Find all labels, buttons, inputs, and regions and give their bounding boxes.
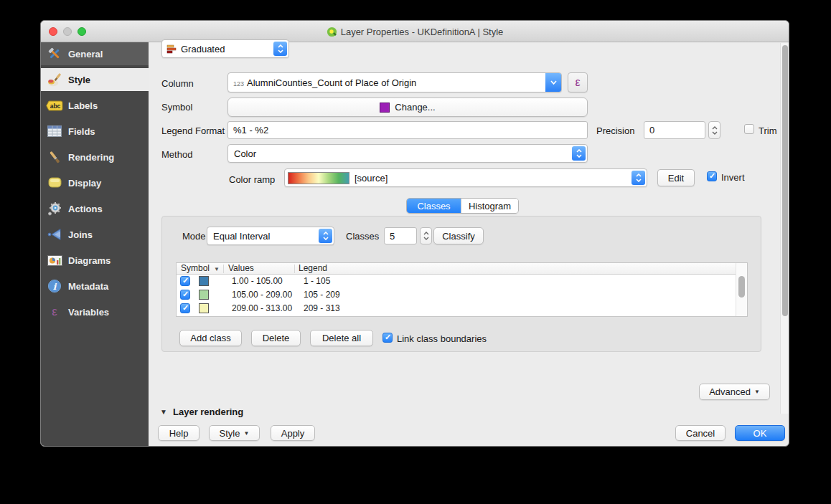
add-class-button[interactable]: Add class	[179, 330, 242, 346]
sidebar-item-display[interactable]: Display	[41, 171, 149, 194]
table-row[interactable]: 209.00 - 313.00 209 - 313	[177, 302, 736, 315]
collapse-triangle-icon[interactable]: ▼	[160, 408, 167, 416]
class-color-swatch[interactable]	[199, 303, 209, 313]
layer-properties-window: Layer Properties - UKDefinitionA | Style…	[40, 20, 789, 447]
color-ramp-combo[interactable]: [source]	[284, 168, 647, 187]
table-icon	[46, 123, 63, 140]
mode-label: Mode	[182, 230, 206, 243]
link-class-boundaries-label: Link class boundaries	[397, 333, 487, 346]
column-header-values[interactable]: Values	[228, 263, 254, 275]
sidebar-item-general[interactable]: General	[41, 42, 149, 65]
link-class-boundaries-checkbox[interactable]	[382, 333, 393, 343]
chevron-up-icon	[576, 149, 582, 153]
sidebar-item-style[interactable]: Style	[41, 68, 149, 91]
invert-checkbox[interactable]	[707, 171, 717, 181]
sidebar-item-joins[interactable]: Joins	[41, 223, 149, 246]
precision-label: Precision	[596, 125, 634, 138]
class-color-swatch[interactable]	[199, 290, 209, 300]
sidebar-item-label: Display	[68, 178, 101, 189]
class-color-swatch[interactable]	[199, 276, 209, 286]
precision-stepper[interactable]	[708, 121, 720, 139]
vertical-scrollbar[interactable]	[780, 43, 789, 414]
paintbrush-palette-icon	[46, 71, 63, 88]
sidebar-item-metadata[interactable]: i Metadata	[41, 275, 149, 298]
renderer-combo[interactable]: Graduated	[161, 39, 289, 58]
sidebar-item-actions[interactable]: Actions	[41, 197, 149, 220]
classes-table[interactable]: Symbol ▼ Values Legend 1.00 - 105.00 1 -…	[176, 262, 748, 317]
sidebar-item-rendering[interactable]: Rendering	[41, 146, 149, 168]
method-label: Method	[161, 148, 192, 161]
svg-text:abc: abc	[50, 103, 61, 110]
expression-builder-button[interactable]: ε	[568, 72, 588, 92]
tools-icon	[46, 45, 63, 62]
sidebar-item-label: Actions	[68, 204, 103, 214]
vertical-scrollbar-thumb[interactable]	[782, 45, 788, 316]
table-scrollbar[interactable]	[736, 263, 747, 316]
sidebar-item-fields[interactable]: Fields	[41, 120, 149, 143]
classes-histogram-tabs: Classes Histogram	[406, 198, 519, 214]
table-header: Symbol ▼ Values Legend	[177, 263, 747, 275]
chevron-down-icon	[712, 131, 718, 135]
trim-checkbox[interactable]	[744, 124, 754, 134]
sidebar-item-label: Variables	[68, 307, 109, 318]
renderer-stepper[interactable]	[273, 42, 287, 56]
mode-combo[interactable]: Equal Interval	[207, 227, 334, 245]
abc-tag-icon: abc	[46, 97, 63, 114]
table-row[interactable]: 1.00 - 105.00 1 - 105	[177, 275, 736, 288]
column-combo[interactable]: 123 AlumniCounties_Count of Place of Ori…	[227, 72, 562, 92]
classes-count-input[interactable]: 5	[384, 227, 417, 244]
layer-rendering-header[interactable]: Layer rendering	[173, 406, 243, 419]
tab-classes[interactable]: Classes	[407, 199, 461, 213]
column-header-legend[interactable]: Legend	[299, 263, 327, 275]
precision-input[interactable]: 0	[644, 121, 705, 139]
table-row[interactable]: 313.00 - 417.00 313 - 417	[177, 315, 736, 317]
diagram-icon	[46, 252, 63, 269]
sort-descending-icon: ▼	[214, 263, 220, 275]
chevron-up-icon	[278, 44, 283, 48]
tab-histogram[interactable]: Histogram	[461, 199, 518, 213]
symbol-change-button[interactable]: Change...	[227, 98, 588, 117]
cancel-button[interactable]: Cancel	[675, 425, 726, 441]
row-visibility-checkbox[interactable]	[180, 290, 190, 300]
column-header-symbol[interactable]: Symbol	[181, 263, 210, 275]
sidebar-item-variables[interactable]: ε Variables	[41, 300, 149, 323]
chevron-up-icon	[423, 232, 429, 235]
table-scrollbar-thumb[interactable]	[738, 276, 745, 298]
numeric-field-badge: 123	[233, 80, 244, 87]
sidebar-item-diagrams[interactable]: Diagrams	[41, 249, 149, 272]
column-dropdown-button[interactable]	[545, 73, 561, 92]
legend-format-label: Legend Format	[161, 125, 225, 138]
color-ramp-stepper[interactable]	[632, 171, 645, 185]
ok-button[interactable]: OK	[735, 425, 785, 441]
row-visibility-checkbox[interactable]	[180, 276, 190, 286]
chevron-down-icon	[278, 49, 283, 53]
info-icon: i	[46, 277, 63, 295]
help-button[interactable]: Help	[158, 425, 199, 441]
map-tip-icon	[46, 174, 63, 191]
sidebar-item-label: Fields	[68, 126, 95, 137]
sidebar: General Style abc Labels	[41, 42, 149, 446]
style-menu-button[interactable]: Style▼	[209, 425, 260, 441]
classify-button[interactable]: Classify	[433, 227, 484, 244]
sidebar-item-label: Metadata	[68, 281, 108, 292]
table-row[interactable]: 105.00 - 209.00 105 - 209	[177, 288, 736, 302]
advanced-button[interactable]: Advanced▼	[699, 384, 770, 400]
legend-format-input[interactable]: %1 - %2	[227, 121, 588, 139]
sidebar-item-label: Diagrams	[68, 255, 111, 266]
method-combo[interactable]: Color	[227, 144, 588, 163]
apply-button[interactable]: Apply	[271, 425, 315, 441]
edit-ramp-button[interactable]: Edit	[657, 169, 695, 186]
chevron-down-icon	[576, 154, 582, 158]
classes-count-stepper[interactable]	[420, 227, 432, 244]
row-visibility-checkbox[interactable]	[180, 303, 190, 313]
color-ramp-preview	[288, 172, 349, 184]
method-stepper[interactable]	[572, 146, 586, 161]
trim-label: Trim	[759, 125, 777, 138]
color-ramp-label: Color ramp	[229, 173, 275, 186]
sidebar-item-labels[interactable]: abc Labels	[41, 94, 149, 117]
delete-button[interactable]: Delete	[251, 330, 301, 346]
chevron-down-icon	[636, 179, 642, 182]
mode-stepper[interactable]	[319, 229, 332, 243]
sidebar-item-label: Rendering	[68, 152, 114, 163]
delete-all-button[interactable]: Delete all	[310, 330, 373, 346]
